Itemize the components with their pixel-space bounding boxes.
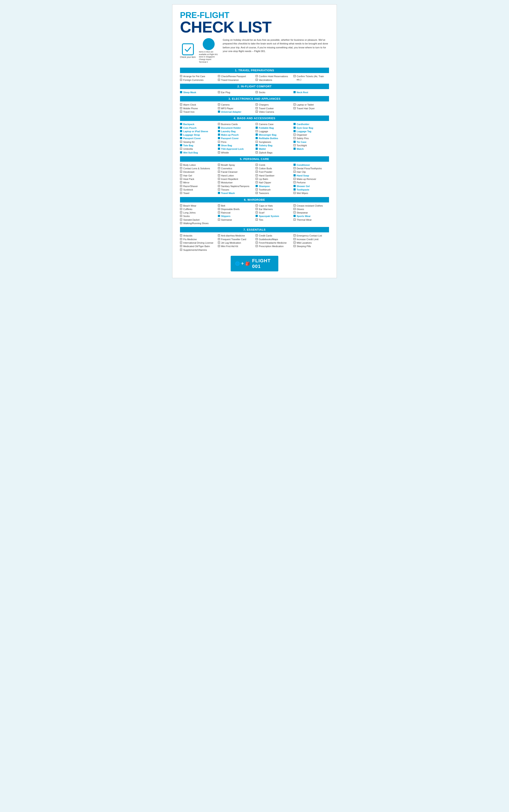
checkbox[interactable]	[218, 133, 220, 136]
checkbox[interactable]	[256, 181, 258, 183]
checkbox[interactable]	[218, 137, 220, 139]
checkbox[interactable]	[180, 103, 182, 105]
checkbox[interactable]	[256, 185, 258, 187]
checkbox[interactable]	[218, 234, 220, 237]
checkbox[interactable]	[256, 133, 258, 136]
checkbox[interactable]	[294, 107, 296, 109]
checkbox[interactable]	[218, 208, 220, 210]
checkbox[interactable]	[180, 137, 182, 139]
checkbox[interactable]	[294, 127, 296, 129]
checkbox[interactable]	[294, 103, 296, 105]
checkbox[interactable]	[180, 188, 182, 191]
checkbox[interactable]	[294, 242, 296, 244]
checkbox[interactable]	[218, 181, 220, 183]
checkbox[interactable]	[180, 205, 182, 207]
checkbox[interactable]	[180, 127, 182, 129]
checkbox[interactable]	[218, 178, 220, 180]
checkbox[interactable]	[180, 164, 182, 166]
checkbox[interactable]	[218, 211, 220, 214]
checkbox[interactable]	[294, 144, 296, 146]
checkbox[interactable]	[294, 123, 296, 125]
checkbox[interactable]	[256, 107, 258, 109]
checkbox[interactable]	[180, 107, 182, 109]
checkbox[interactable]	[256, 127, 258, 129]
checkbox[interactable]	[294, 218, 296, 221]
checkbox[interactable]	[256, 218, 258, 221]
checkbox[interactable]	[180, 144, 182, 146]
checkbox[interactable]	[256, 174, 258, 177]
checkbox[interactable]	[256, 238, 258, 240]
checkbox[interactable]	[294, 75, 296, 77]
checkbox[interactable]	[180, 211, 182, 214]
checkbox[interactable]	[256, 79, 258, 81]
checkbox[interactable]	[256, 215, 258, 217]
checkbox[interactable]	[218, 151, 220, 153]
checkbox[interactable]	[294, 167, 296, 169]
checkbox[interactable]	[218, 123, 220, 125]
checkbox[interactable]	[180, 170, 182, 173]
checkbox[interactable]	[218, 242, 220, 244]
checkbox[interactable]	[256, 123, 258, 125]
checkbox[interactable]	[294, 238, 296, 240]
checkbox[interactable]	[218, 238, 220, 240]
checkbox[interactable]	[294, 141, 296, 143]
checkbox[interactable]	[294, 178, 296, 180]
checkbox[interactable]	[218, 167, 220, 169]
checkbox[interactable]	[180, 222, 182, 224]
checkbox[interactable]	[256, 167, 258, 169]
checkbox[interactable]	[294, 148, 296, 150]
checkbox[interactable]	[294, 130, 296, 132]
checkbox[interactable]	[180, 181, 182, 183]
checkbox[interactable]	[180, 192, 182, 194]
checkbox[interactable]	[180, 75, 182, 77]
checkbox[interactable]	[256, 188, 258, 191]
checkbox[interactable]	[218, 205, 220, 207]
checkbox[interactable]	[218, 103, 220, 105]
checkbox[interactable]	[294, 170, 296, 173]
checkbox[interactable]	[218, 164, 220, 166]
checkbox[interactable]	[256, 164, 258, 166]
checkbox[interactable]	[294, 137, 296, 139]
checkbox[interactable]	[180, 79, 182, 81]
checkbox[interactable]	[294, 205, 296, 207]
checkbox[interactable]	[218, 91, 220, 93]
checkbox[interactable]	[180, 123, 182, 125]
checkbox[interactable]	[294, 185, 296, 187]
checkbox[interactable]	[218, 79, 220, 81]
checkbox[interactable]	[180, 245, 182, 247]
checkbox[interactable]	[256, 111, 258, 113]
checkbox[interactable]	[256, 130, 258, 132]
checkbox[interactable]	[218, 188, 220, 191]
checkbox[interactable]	[294, 211, 296, 214]
checkbox[interactable]	[180, 178, 182, 180]
checkbox[interactable]	[256, 178, 258, 180]
checkbox[interactable]	[218, 107, 220, 109]
checkbox[interactable]	[180, 238, 182, 240]
checkbox[interactable]	[180, 242, 182, 244]
checkbox[interactable]	[180, 151, 182, 153]
checkbox[interactable]	[180, 174, 182, 177]
checkbox[interactable]	[218, 218, 220, 221]
checkbox[interactable]	[180, 234, 182, 237]
checkbox[interactable]	[294, 181, 296, 183]
checkbox[interactable]	[256, 137, 258, 139]
checkbox[interactable]	[218, 111, 220, 113]
checkbox[interactable]	[256, 208, 258, 210]
checkbox[interactable]	[218, 170, 220, 173]
checkbox[interactable]	[180, 133, 182, 136]
checkbox[interactable]	[180, 215, 182, 217]
checkbox[interactable]	[180, 111, 182, 113]
checkbox[interactable]	[180, 148, 182, 150]
checkbox[interactable]	[218, 75, 220, 77]
checkbox[interactable]	[180, 141, 182, 143]
checkbox[interactable]	[180, 208, 182, 210]
checkbox[interactable]	[180, 218, 182, 221]
checkbox[interactable]	[218, 144, 220, 146]
checkbox[interactable]	[294, 234, 296, 237]
checkbox[interactable]	[256, 242, 258, 244]
checkbox[interactable]	[294, 215, 296, 217]
checkbox[interactable]	[218, 130, 220, 132]
checkbox[interactable]	[256, 148, 258, 150]
checkbox[interactable]	[294, 91, 296, 93]
checkbox[interactable]	[294, 133, 296, 136]
